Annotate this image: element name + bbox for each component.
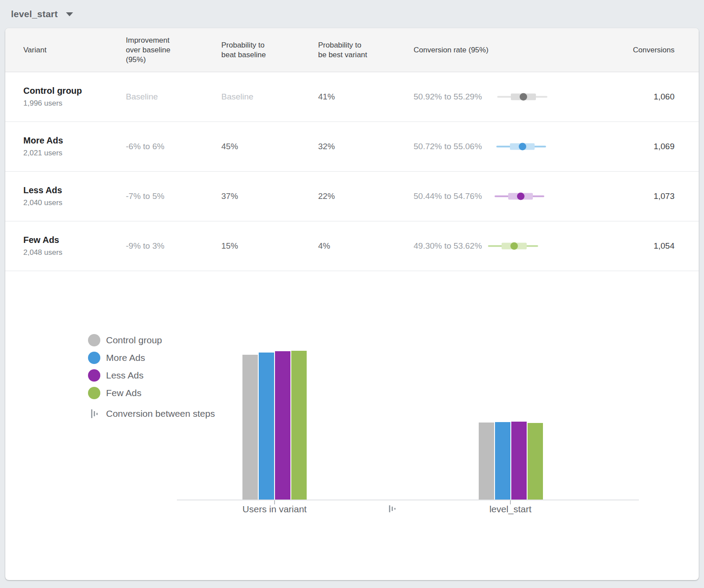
ci-point-dot [510, 243, 518, 250]
chevron-down-icon [66, 12, 73, 16]
funnel-chart: Control groupMore AdsLess AdsFew AdsConv… [5, 272, 699, 580]
col-header-conversion-rate: Conversion rate (95%) [414, 45, 573, 55]
conversions-value: 1,073 [573, 191, 675, 201]
x-axis-label-level-start: level_start [489, 504, 532, 514]
legend-item-more-ads: More Ads [88, 349, 215, 367]
legend-label: Control group [106, 335, 162, 345]
col-header-prob-best: Probability to be best variant [318, 40, 371, 60]
metric-selector-dropdown[interactable]: level_start [11, 9, 73, 19]
table-row: More Ads 2,021 users -6% to 6% 45% 32% 5… [5, 122, 699, 172]
variant-users: 2,048 users [23, 248, 126, 257]
col-header-improvement: Improvement over baseline (95%) [126, 36, 181, 65]
bar-less-ads-users-in-variant [275, 351, 290, 500]
col-header-conversions: Conversions [573, 45, 675, 55]
conversions-value: 1,054 [573, 241, 675, 251]
conversion-rate-text: 50.92% to 55.29% [414, 92, 486, 102]
prob-best-value: 32% [318, 142, 414, 151]
table-row: Control group 1,996 users Baseline Basel… [5, 72, 699, 122]
conversion-rate-text: 50.44% to 54.76% [414, 191, 486, 201]
variant-users: 2,040 users [23, 198, 126, 207]
legend-swatch-icon [88, 369, 100, 382]
variant-name: Few Ads [23, 235, 126, 245]
bar-few-ads-level-start [528, 423, 543, 500]
bar-more-ads-level-start [495, 422, 510, 500]
variant-users: 1,996 users [23, 99, 126, 108]
bar-control-group-level-start [479, 423, 494, 500]
col-header-prob-beat: Probability to beat baseline [221, 40, 274, 60]
metric-selector-label: level_start [11, 9, 58, 19]
bar-control-group-users-in-variant [242, 355, 258, 500]
legend-swatch-icon [88, 352, 100, 364]
prob-best-value: 22% [318, 191, 414, 201]
confidence-interval-viz [486, 92, 556, 101]
confidence-interval-viz [486, 192, 556, 201]
confidence-interval-viz [486, 142, 556, 151]
conversions-value: 1,069 [573, 142, 675, 151]
ci-point-dot [520, 93, 527, 101]
prob-beat-value: 45% [221, 142, 318, 151]
legend-item-conversion-between-steps: Conversion between steps [88, 405, 215, 423]
conversions-value: 1,060 [573, 92, 675, 102]
variant-name: Less Ads [23, 185, 126, 195]
legend-item-control-group: Control group [88, 331, 215, 349]
prob-beat-value: 37% [221, 191, 318, 201]
bar-group-1 [479, 422, 543, 500]
legend-item-few-ads: Few Ads [88, 384, 215, 402]
improvement-value: Baseline [126, 92, 221, 102]
results-table-header: Variant Improvement over baseline (95%) … [5, 28, 699, 72]
variant-name: More Ads [23, 136, 126, 146]
ci-point-dot [519, 143, 526, 151]
variant-name: Control group [23, 86, 126, 96]
conversion-between-steps-icon [389, 505, 396, 512]
toolbar: level_start [0, 0, 704, 28]
chart-legend: Control groupMore AdsLess AdsFew AdsConv… [88, 331, 215, 423]
experiment-results-card: Variant Improvement over baseline (95%) … [5, 28, 699, 580]
x-axis-label-users-in-variant: Users in variant [242, 504, 307, 514]
bar-more-ads-users-in-variant [259, 353, 274, 500]
legend-swatch-icon [88, 387, 100, 399]
variant-users: 2,021 users [23, 149, 126, 158]
legend-label: Conversion between steps [106, 408, 215, 419]
conversion-rate-text: 50.72% to 55.06% [414, 142, 486, 151]
bar-less-ads-level-start [511, 422, 527, 500]
legend-label: Less Ads [106, 370, 143, 381]
col-header-variant: Variant [23, 45, 126, 55]
improvement-value: -7% to 5% [126, 191, 221, 201]
prob-beat-value: 15% [221, 241, 318, 251]
legend-label: More Ads [106, 353, 145, 363]
conversion-rate-text: 49.30% to 53.62% [414, 241, 486, 251]
confidence-interval-viz [486, 242, 556, 250]
x-axis-line [177, 500, 639, 500]
conversion-between-steps-icon [91, 409, 98, 418]
prob-best-value: 41% [318, 92, 414, 102]
ci-point-dot [517, 193, 524, 200]
legend-swatch-icon [88, 334, 100, 346]
prob-best-value: 4% [318, 241, 414, 251]
improvement-value: -6% to 6% [126, 142, 221, 151]
table-row: Less Ads 2,040 users -7% to 5% 37% 22% 5… [5, 172, 699, 221]
improvement-value: -9% to 3% [126, 241, 221, 251]
legend-label: Few Ads [106, 388, 142, 398]
legend-item-less-ads: Less Ads [88, 367, 215, 384]
prob-beat-value: Baseline [221, 92, 318, 102]
bar-group-0 [242, 351, 307, 500]
bar-few-ads-users-in-variant [291, 351, 307, 500]
table-row: Few Ads 2,048 users -9% to 3% 15% 4% 49.… [5, 221, 699, 271]
